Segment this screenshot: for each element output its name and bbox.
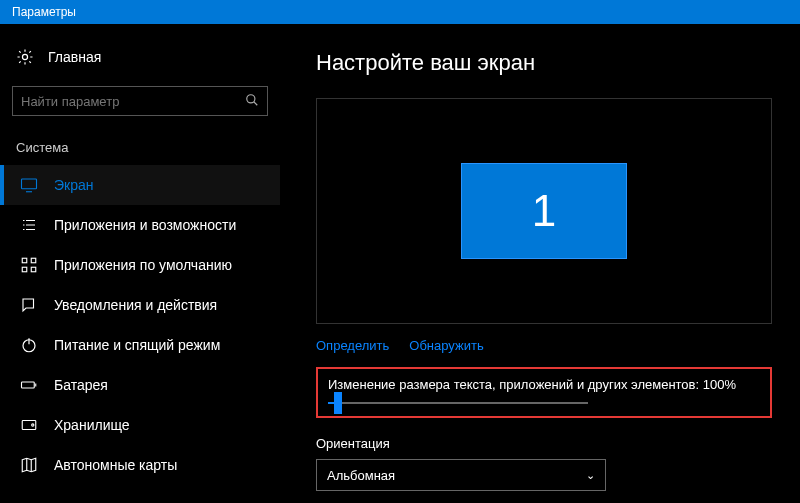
orientation-dropdown[interactable]: Альбомная ⌄	[316, 459, 606, 491]
sidebar-item-offline-maps[interactable]: Автономные карты	[0, 445, 280, 485]
storage-icon	[20, 416, 38, 434]
sidebar-item-battery[interactable]: Батарея	[0, 365, 280, 405]
orientation-label: Ориентация	[316, 436, 772, 451]
sidebar-item-label: Экран	[54, 177, 94, 193]
grid-icon	[20, 256, 38, 274]
page-title: Настройте ваш экран	[316, 50, 772, 76]
notification-icon	[20, 296, 38, 314]
list-icon	[20, 216, 38, 234]
svg-rect-3	[22, 258, 27, 263]
slider-thumb[interactable]	[334, 392, 342, 414]
svg-point-10	[32, 424, 34, 426]
scale-annotation-box: Изменение размера текста, приложений и д…	[316, 367, 772, 418]
monitor-links: Определить Обнаружить	[316, 338, 772, 353]
power-icon	[20, 336, 38, 354]
svg-point-0	[22, 54, 27, 59]
sidebar: Главная Система Экран Приложения и возмо…	[0, 24, 280, 503]
map-icon	[20, 456, 38, 474]
display-preview: 1	[316, 98, 772, 324]
search-icon	[245, 93, 259, 110]
detect-link[interactable]: Обнаружить	[409, 338, 483, 353]
window-titlebar: Параметры	[0, 0, 800, 24]
home-label: Главная	[48, 49, 101, 65]
sidebar-item-label: Уведомления и действия	[54, 297, 217, 313]
display-icon	[20, 176, 38, 194]
sidebar-item-label: Хранилище	[54, 417, 130, 433]
battery-icon	[20, 376, 38, 394]
monitor-number: 1	[532, 186, 556, 236]
scale-slider[interactable]	[328, 402, 588, 404]
sidebar-item-power-sleep[interactable]: Питание и спящий режим	[0, 325, 280, 365]
svg-rect-5	[22, 267, 27, 272]
sidebar-item-label: Приложения и возможности	[54, 217, 236, 233]
sidebar-item-display[interactable]: Экран	[0, 165, 280, 205]
svg-rect-6	[31, 267, 36, 272]
sidebar-item-apps-features[interactable]: Приложения и возможности	[0, 205, 280, 245]
sidebar-item-label: Автономные карты	[54, 457, 177, 473]
sidebar-item-label: Питание и спящий режим	[54, 337, 220, 353]
sidebar-item-label: Приложения по умолчанию	[54, 257, 232, 273]
sidebar-item-label: Батарея	[54, 377, 108, 393]
svg-rect-8	[22, 382, 35, 388]
category-heading: Система	[0, 136, 280, 165]
svg-rect-2	[22, 179, 37, 189]
window-title: Параметры	[12, 5, 76, 19]
monitor-tile[interactable]: 1	[461, 163, 627, 259]
identify-link[interactable]: Определить	[316, 338, 389, 353]
gear-icon	[16, 48, 34, 66]
search-input-wrapper[interactable]	[12, 86, 268, 116]
sidebar-item-notifications[interactable]: Уведомления и действия	[0, 285, 280, 325]
search-input[interactable]	[21, 94, 245, 109]
main-panel: Настройте ваш экран 1 Определить Обнаруж…	[280, 24, 800, 503]
home-button[interactable]: Главная	[0, 40, 280, 74]
chevron-down-icon: ⌄	[586, 469, 595, 482]
sidebar-item-default-apps[interactable]: Приложения по умолчанию	[0, 245, 280, 285]
sidebar-item-storage[interactable]: Хранилище	[0, 405, 280, 445]
scale-label: Изменение размера текста, приложений и д…	[328, 377, 760, 392]
svg-point-1	[247, 94, 255, 102]
orientation-value: Альбомная	[327, 468, 395, 483]
svg-rect-4	[31, 258, 36, 263]
